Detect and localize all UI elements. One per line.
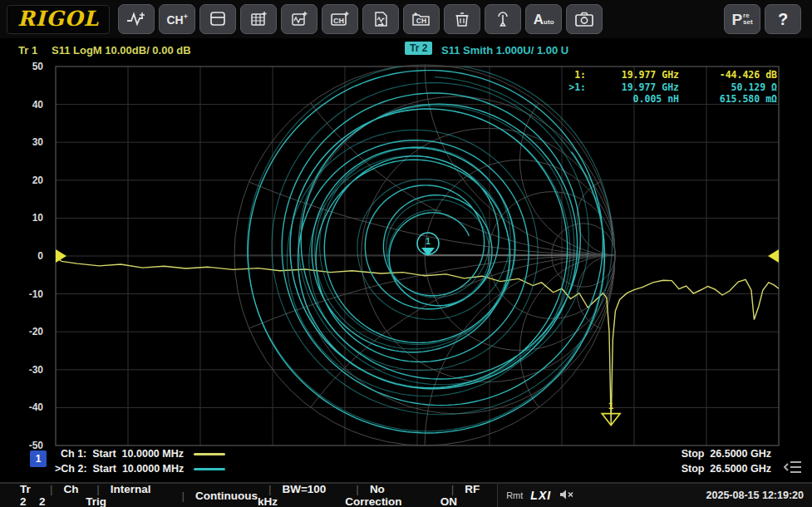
camera-icon (573, 9, 595, 29)
marker1-label: 1: (551, 69, 586, 81)
trace1-settings[interactable]: S11 LogM 10.00dB/ 0.00 dB (52, 44, 191, 57)
add-trace-button[interactable] (118, 4, 155, 34)
status-item-tr-2[interactable]: Tr 2 (20, 483, 39, 507)
auto-icon: Auto (534, 12, 554, 27)
remote-status: Rmt (506, 490, 523, 500)
auto-scale-button[interactable]: Auto (525, 4, 562, 34)
help-icon: ? (778, 10, 788, 29)
vna-screen: RIGOL CH+ CH (0, 0, 812, 507)
trash-icon (452, 9, 472, 29)
window-layout-button[interactable] (199, 4, 236, 34)
datetime: 2025-08-15 12:19:20 (706, 490, 804, 501)
preset-icon: P reset (731, 12, 752, 27)
status-right: Rmt LXI 2025-08-15 12:19:20 (497, 484, 812, 507)
recall-trace-icon (371, 9, 391, 29)
channel2-row[interactable]: >Ch 2: Start 10.0000 MHz (55, 461, 225, 476)
touch-button[interactable] (485, 4, 521, 34)
save-trace-icon (289, 9, 309, 29)
channel1-stop: Stop 26.5000 GHz (682, 446, 771, 461)
status-items: Tr 2Ch 2Internal TrigContinuousBW=100 kH… (0, 483, 497, 507)
status-item-bw-100-khz[interactable]: BW=100 kHz (258, 483, 345, 507)
save-channel-icon: CH (329, 9, 351, 29)
marker1b-value: 50.129 Ω (679, 81, 777, 94)
status-item-continuous[interactable]: Continuous (170, 490, 258, 502)
marker1c-label (551, 93, 586, 106)
channel1-row[interactable]: Ch 1: Start 10.0000 MHz (55, 446, 225, 461)
marker1b-label: >1: (551, 81, 586, 94)
y-tick-label: 0 (0, 249, 43, 263)
help-button[interactable]: ? (765, 4, 801, 34)
rect-grid (56, 66, 779, 445)
y-tick-label: -20 (0, 325, 43, 338)
recall-trace-button[interactable] (362, 4, 399, 34)
add-channel-icon: CH+ (166, 13, 188, 26)
status-item-rf-on[interactable]: RF ON (440, 483, 497, 507)
svg-text:CH: CH (333, 17, 344, 25)
trace1-label[interactable]: Tr 1 (18, 44, 37, 57)
recall-channel-button[interactable]: CH (403, 4, 440, 34)
plot-area[interactable]: 11 50403020100-10-20-30-40-50 1: 19.977 … (0, 62, 812, 482)
y-tick-label: 10 (0, 211, 43, 224)
channel2-start: >Ch 2: Start 10.0000 MHz (55, 463, 184, 475)
marker1-trace2[interactable]: 1 (417, 233, 439, 256)
trace-bar: Tr 1 S11 LogM 10.00dB/ 0.00 dB Tr 2 S11 … (0, 38, 812, 62)
svg-text:CH: CH (416, 17, 426, 25)
marker1-freq: 19.977 GHz (586, 69, 679, 81)
y-tick-label: -10 (0, 288, 43, 301)
y-axis-labels: 50403020100-10-20-30-40-50 (0, 62, 50, 482)
trace2-color-sample (194, 468, 225, 470)
save-channel-button[interactable]: CH (322, 4, 358, 34)
screenshot-button[interactable] (566, 4, 603, 34)
lxi-logo: LXI (530, 489, 551, 502)
preset-button[interactable]: P reset (724, 4, 760, 34)
stop-freq-info: Stop 26.5000 GHz Stop 26.5000 GHz (682, 446, 771, 476)
save-trace-button[interactable] (281, 4, 317, 34)
marker1c-ind: 0.005 nH (586, 93, 679, 106)
toolbar: RIGOL CH+ CH (0, 0, 812, 38)
status-bar: Tr 2Ch 2Internal TrigContinuousBW=100 kH… (0, 482, 812, 507)
touch-icon (493, 9, 513, 29)
marker-table-icon (249, 9, 268, 29)
smith-reactance-arcs (0, 62, 812, 482)
window-number-badge[interactable]: 1 (30, 450, 47, 467)
chart-canvas[interactable]: 11 (0, 62, 812, 482)
window-layout-icon (208, 9, 228, 29)
y-tick-label: 20 (0, 174, 43, 187)
y-tick-label: 30 (0, 135, 43, 149)
menu-expand-button[interactable] (784, 459, 804, 479)
ref-level-marker-right[interactable] (768, 249, 779, 263)
status-item-no-correction[interactable]: No Correction (345, 483, 440, 507)
rigol-logo: RIGOL (7, 5, 110, 34)
mute-icon[interactable] (559, 488, 575, 504)
recall-channel-icon: CH (411, 9, 432, 29)
svg-text:1: 1 (608, 401, 613, 411)
marker1c-res: 615.580 mΩ (679, 93, 777, 106)
status-item-internal-trig[interactable]: Internal Trig (86, 483, 170, 507)
delete-button[interactable] (444, 4, 480, 34)
add-trace-icon (125, 9, 147, 29)
menu-expand-icon (784, 459, 804, 475)
status-item-ch-2[interactable]: Ch 2 (39, 483, 86, 507)
y-tick-label: 50 (0, 60, 43, 73)
channel1-start: Ch 1: Start 10.0000 MHz (61, 448, 184, 460)
y-tick-label: -30 (0, 363, 43, 377)
trace2-active-badge[interactable]: Tr 2 (405, 42, 432, 55)
y-tick-label: -40 (0, 401, 43, 414)
y-tick-label: 40 (0, 98, 43, 111)
channel2-stop: Stop 26.5000 GHz (682, 461, 771, 476)
trace1-color-sample (194, 453, 225, 455)
add-channel-button[interactable]: CH+ (159, 4, 195, 34)
channel-info: Ch 1: Start 10.0000 MHz >Ch 2: Start 10.… (55, 446, 225, 476)
marker1-value: -44.426 dB (679, 69, 777, 81)
svg-text:1: 1 (426, 237, 431, 246)
trace2-settings[interactable]: S11 Smith 1.000U/ 1.00 U (441, 44, 568, 57)
marker-table-button[interactable] (240, 4, 277, 34)
marker-readout: 1: 19.977 GHz -44.426 dB >1: 19.977 GHz … (551, 69, 777, 106)
marker1b-freq: 19.977 GHz (586, 81, 679, 94)
